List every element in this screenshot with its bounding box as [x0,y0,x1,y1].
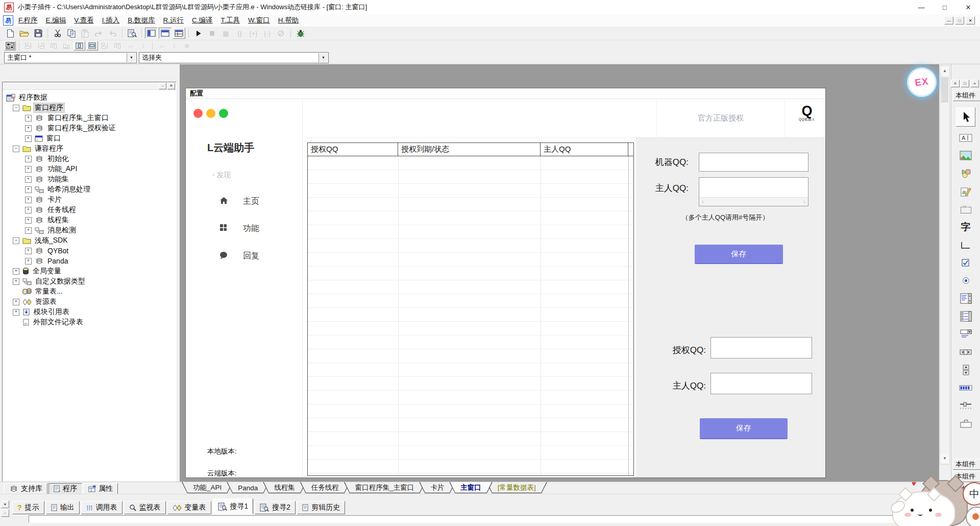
doc-tab-窗口程序集_主窗口[interactable]: 窗口程序集_主窗口 [344,482,426,493]
output-close-button[interactable]: ✕ [1,500,9,508]
grid-toggle-button[interactable] [4,41,16,51]
edit-box-tool[interactable] [951,182,980,200]
combo-box-tool[interactable] [951,325,980,343]
tree-expander-icon[interactable]: − [13,146,19,152]
picture-box-tool[interactable] [951,147,980,164]
radio-button-tool[interactable] [951,272,980,290]
table-row[interactable] [308,280,633,294]
h-scrollbar-tool[interactable] [951,343,980,361]
tab-支持库[interactable]: 支持库 [4,483,47,494]
tree-item-窗口程序集_授权验证[interactable]: +窗口程序集_授权验证 [3,123,176,133]
panel-close-button[interactable]: ✕ [167,83,175,89]
output-tab-变量表[interactable]: 变量表 [167,501,211,514]
designer-scrollbar[interactable]: ▲ ▼ [940,65,950,465]
tree-expander-icon[interactable]: + [13,268,19,275]
center-vertical-button[interactable] [86,41,98,51]
tree-item-窗口程序[interactable]: −窗口程序 [3,103,176,113]
maximize-button[interactable]: □ [933,0,957,14]
tree-expander-icon[interactable]: + [25,166,32,173]
table-row[interactable] [308,308,633,322]
save-file-button[interactable] [32,28,44,39]
output-tab-输出[interactable]: 输出 [46,501,80,514]
designed-form[interactable]: 配置 L云端助手 - 发现 主页功能回复 本地版本: 云端版本: [185,88,826,478]
center-horizontal-button[interactable] [74,41,85,51]
menu-H.帮助[interactable]: H.帮助 [278,16,299,25]
menu-T.工具[interactable]: T.工具 [221,16,240,25]
slider-tool[interactable] [951,397,980,415]
chevron-down-icon[interactable]: ▼ [318,53,328,62]
tree-item-QYBot[interactable]: +QYBot [3,246,176,256]
folder-combobox[interactable]: 选择夹 ▼ [139,52,329,63]
nav-item-功能[interactable]: 功能 [186,222,302,235]
tree-item-全局变量[interactable]: +全局变量 [3,266,176,276]
copy-button[interactable] [65,28,78,39]
menu-W.窗口[interactable]: W.窗口 [248,16,270,25]
tree-item-窗口[interactable]: +窗口 [3,133,176,144]
tree-item-哈希消息处理[interactable]: +哈希消息处理 [3,184,176,195]
mdi-close-button[interactable]: ✕ [966,16,975,25]
label-tool[interactable]: A [951,129,980,147]
scroll-up-icon[interactable]: ▲ [941,66,949,75]
tree-item-功能集[interactable]: +功能集 [3,174,176,184]
view-code-button[interactable] [126,28,138,39]
tree-expander-icon[interactable]: + [25,248,32,254]
table-row[interactable] [308,377,633,391]
table-row[interactable] [308,391,633,404]
toggle-workspace-button[interactable] [145,28,158,39]
mdi-minimize-button[interactable]: — [944,16,953,25]
toolbox-menu-button[interactable]: ≡ [951,80,960,87]
menu-F.程序[interactable]: F.程序 [18,16,38,25]
tree-expander-icon[interactable]: + [13,278,19,285]
progress-bar-tool[interactable] [951,379,980,397]
new-file-button[interactable] [4,28,17,39]
check-list-box-tool[interactable] [951,307,980,325]
tree-item-模块引用表[interactable]: +模块引用表 [3,307,176,317]
run-button[interactable] [192,28,205,39]
tree-expander-icon[interactable]: + [25,176,32,183]
table-row[interactable] [308,432,633,446]
tree-expander-icon[interactable]: + [25,207,32,213]
tree-item-浅殇_SDK[interactable]: −浅殇_SDK [3,235,176,246]
tree-item-消息检测[interactable]: +消息检测 [3,225,176,235]
plugin-debug-button[interactable] [294,28,307,39]
open-file-button[interactable] [18,28,31,39]
tree-expander-icon[interactable]: + [25,217,32,224]
tree-item-功能_API[interactable]: +功能_API [3,164,176,174]
table-row[interactable] [308,253,633,267]
mdi-restore-button[interactable]: □ [955,16,964,25]
tree-expander-icon[interactable]: + [13,299,19,305]
shape-tool[interactable] [951,164,980,182]
doc-tab-任务线程[interactable]: 任务线程 [300,482,350,493]
auth-qq-input[interactable] [710,337,812,358]
auth-table-column-授权QQ[interactable]: 授权QQ [308,143,398,156]
table-row[interactable] [308,225,633,239]
tree-expander-icon[interactable]: − [13,105,19,111]
table-row[interactable] [308,363,633,377]
tree-item-Panda[interactable]: +Panda [3,256,176,266]
table-row[interactable] [308,198,633,211]
master-qq2-input[interactable] [710,373,812,394]
pointer-tool[interactable] [956,107,975,127]
active-window-combobox[interactable]: 主窗口 * ▼ [4,52,137,63]
doc-tab-功能_API[interactable]: 功能_API [182,482,233,493]
scroll-left-icon[interactable]: ‹ [702,198,704,205]
menu-B.数据库[interactable]: B.数据库 [128,16,155,25]
group-box-tool[interactable]: CN [951,200,980,218]
table-row[interactable] [308,473,633,475]
tree-expander-icon[interactable]: + [25,135,32,142]
menu-V.查看[interactable]: V.查看 [74,16,94,25]
tree-item-线程集[interactable]: +线程集 [3,215,176,225]
tree-expander-icon[interactable]: + [25,115,32,122]
tree-item-初始化[interactable]: +初始化 [3,154,176,164]
table-row[interactable] [308,418,633,432]
tree-item-窗口程序集_主窗口[interactable]: +窗口程序集_主窗口 [3,113,176,123]
output-maximize-button[interactable]: ▫ [1,509,9,517]
menu-C.编译[interactable]: C.编译 [192,16,213,25]
tab-程序[interactable]: 程序 [48,483,82,494]
table-row[interactable] [308,156,633,170]
master-qq-input[interactable]: ‹› [699,177,808,206]
tree-item-卡片[interactable]: +卡片 [3,195,176,205]
doc-tab-[常量数据表][interactable]: [常量数据表] [486,482,547,493]
output-tab-监视表[interactable]: 监视表 [124,501,166,514]
save2-button[interactable]: 保存 [700,418,788,439]
